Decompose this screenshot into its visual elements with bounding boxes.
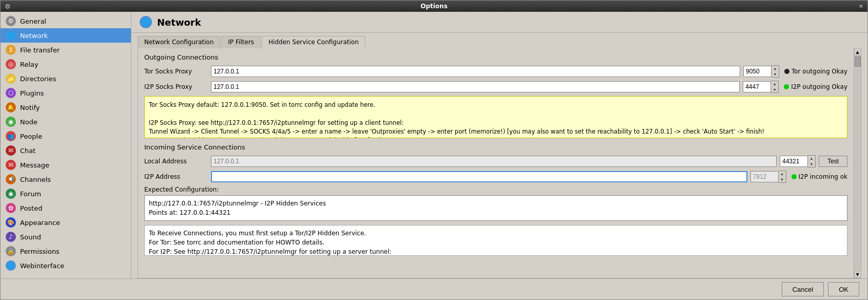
tor-status-text: Tor outgoing Okay (792, 68, 847, 75)
page-title: Network (157, 17, 201, 28)
i2p-outgoing-status-text: I2P outgoing Okay (791, 83, 847, 90)
tor-port-up[interactable]: ▲ (771, 66, 779, 71)
sidebar-item-relay[interactable]: ◎ Relay (1, 57, 131, 71)
sidebar-item-sound[interactable]: ♪ Sound (1, 230, 131, 244)
ok-button[interactable]: OK (828, 282, 859, 296)
help-line3: For I2P: See http://127.0.0.1:7657/i2ptu… (149, 247, 843, 256)
window-title: Options (420, 3, 448, 10)
sidebar-item-people[interactable]: 👥 People (1, 129, 131, 143)
i2p-port-input[interactable] (743, 81, 771, 92)
gear-icon: ⚙ (5, 3, 11, 10)
sidebar-label-general: General (20, 17, 46, 25)
info-text-line2: I2P Socks Proxy: see http://127.0.0.1:76… (149, 119, 843, 127)
sidebar-item-chat[interactable]: ✉ Chat (1, 143, 131, 158)
sidebar-item-message[interactable]: ✉ Message (1, 158, 131, 172)
local-port-input[interactable] (780, 156, 808, 167)
i2p-address-port-input[interactable] (750, 171, 779, 182)
sidebar-label-directories: Directories (20, 75, 56, 83)
sidebar-label-appearance: Appearance (20, 219, 60, 227)
channels-icon: 📢 (6, 174, 16, 184)
i2p-outgoing-status-dot (784, 84, 789, 89)
local-port-wrap: ▲ ▼ (780, 155, 816, 167)
sidebar-item-directories[interactable]: 📁 Directories (1, 71, 131, 86)
permissions-icon: 🔒 (6, 246, 16, 256)
message-icon: ✉ (6, 160, 16, 170)
i2p-address-input[interactable] (211, 171, 747, 182)
tor-port-wrap: ▲ ▼ (743, 65, 779, 78)
sidebar-label-network: Network (20, 32, 48, 40)
i2p-port-down[interactable]: ▼ (771, 87, 778, 92)
scroll-up-arrow[interactable]: ▲ (854, 48, 861, 55)
sidebar-item-forum[interactable]: ◉ Forum (1, 186, 131, 201)
sidebar-label-forum: Forum (20, 190, 41, 198)
test-button[interactable]: Test (819, 156, 847, 167)
help-line2: For Tor: See torrc and documentation for… (149, 238, 843, 247)
i2p-socks-proxy-row: I2P Socks Proxy ▲ ▼ (144, 81, 847, 93)
cancel-button[interactable]: Cancel (782, 282, 824, 296)
sidebar-item-node[interactable]: ◉ Node (1, 115, 131, 129)
sidebar-item-network[interactable]: 🌐 Network (1, 28, 131, 43)
info-text-line4: Now enter the address (e.g. 127.0.0.1) a… (149, 136, 843, 138)
scroll-down-arrow[interactable]: ▼ (854, 271, 861, 278)
sidebar-item-notify[interactable]: 🔔 Notify (1, 100, 131, 115)
scroll-thumb[interactable] (855, 57, 861, 67)
sidebar-label-node: Node (20, 118, 37, 126)
i2p-address-port-down[interactable]: ▼ (779, 177, 786, 182)
main-scrollbar[interactable]: ▲ ▼ (854, 48, 861, 278)
i2p-port-spinner: ▲ ▼ (771, 81, 779, 93)
webinterface-icon: 🌐 (6, 260, 16, 271)
sidebar-label-notify: Notify (20, 104, 40, 111)
sidebar-label-channels: Channels (20, 176, 51, 183)
tab-hidden-service[interactable]: Hidden Service Configuration (262, 36, 365, 48)
i2p-address-row: I2P Address ▲ ▼ I2P (144, 171, 847, 183)
tor-port-input[interactable] (743, 66, 771, 77)
node-icon: ◉ (6, 117, 16, 127)
i2p-address-port-wrap: ▲ ▼ (750, 171, 786, 183)
sidebar-label-permissions: Permissions (20, 248, 60, 255)
sidebar-item-webinterface[interactable]: 🌐 Webinterface (1, 258, 131, 273)
expected-config-box: http://127.0.0.1:7657/i2ptunnelmgr - I2P… (144, 195, 847, 221)
people-icon: 👥 (6, 131, 16, 141)
info-box-outgoing: Tor Socks Proxy default: 127.0.0.1:9050.… (144, 96, 847, 138)
tor-socks-proxy-label: Tor Socks Proxy (144, 68, 211, 75)
notify-icon: 🔔 (6, 102, 16, 113)
general-icon: ⚙ (6, 16, 16, 26)
sidebar-label-relay: Relay (20, 61, 38, 68)
sidebar-item-appearance[interactable]: 🎨 Appearance (1, 215, 131, 230)
sidebar-item-posted[interactable]: ✿ Posted (1, 201, 131, 215)
sidebar-label-people: People (20, 133, 42, 140)
page-header-icon: 🌐 (140, 16, 152, 28)
scroll-track[interactable] (854, 55, 861, 271)
local-port-up[interactable]: ▲ (808, 156, 815, 161)
sidebar-item-general[interactable]: ⚙ General (1, 14, 131, 28)
local-port-down[interactable]: ▼ (808, 161, 815, 167)
page-header: 🌐 Network (131, 12, 867, 33)
local-address-input[interactable] (211, 156, 777, 167)
help-line1: To Receive Connections, you must first s… (149, 229, 843, 238)
i2p-incoming-status-text: I2P incoming ok (799, 173, 847, 180)
i2p-socks-proxy-input[interactable] (211, 81, 740, 92)
tab-network-config[interactable]: Network Configuration (138, 36, 220, 48)
i2p-outgoing-status-badge: I2P outgoing Okay (784, 83, 847, 90)
i2p-address-port-spinner: ▲ ▼ (779, 171, 786, 183)
i2p-address-port-up[interactable]: ▲ (779, 171, 786, 177)
tor-status-dot (784, 69, 789, 74)
tor-port-down[interactable]: ▼ (771, 71, 779, 77)
close-button[interactable]: ✕ (859, 3, 863, 10)
tab-ip-filters[interactable]: IP Filters (221, 36, 261, 48)
posted-icon: ✿ (6, 203, 16, 213)
i2p-socks-proxy-label: I2P Socks Proxy (144, 83, 211, 90)
expected-config-title: Expected Configuration: (144, 186, 847, 193)
i2p-port-up[interactable]: ▲ (771, 81, 778, 87)
titlebar: ⚙ Options ✕ (1, 1, 867, 12)
sidebar-item-plugins[interactable]: ⬡ Plugins (1, 86, 131, 100)
tor-socks-proxy-input[interactable] (211, 66, 740, 77)
sidebar-label-sound: Sound (20, 233, 41, 241)
i2p-incoming-status-badge: I2P incoming ok (792, 173, 847, 180)
sidebar-item-channels[interactable]: 📢 Channels (1, 172, 131, 186)
sidebar-item-file-transfer[interactable]: ↕ File transfer (1, 43, 131, 57)
sidebar-item-permissions[interactable]: 🔒 Permissions (1, 244, 131, 258)
local-address-label: Local Address (144, 158, 211, 165)
relay-icon: ◎ (6, 59, 16, 69)
sidebar-label-plugins: Plugins (20, 89, 44, 97)
